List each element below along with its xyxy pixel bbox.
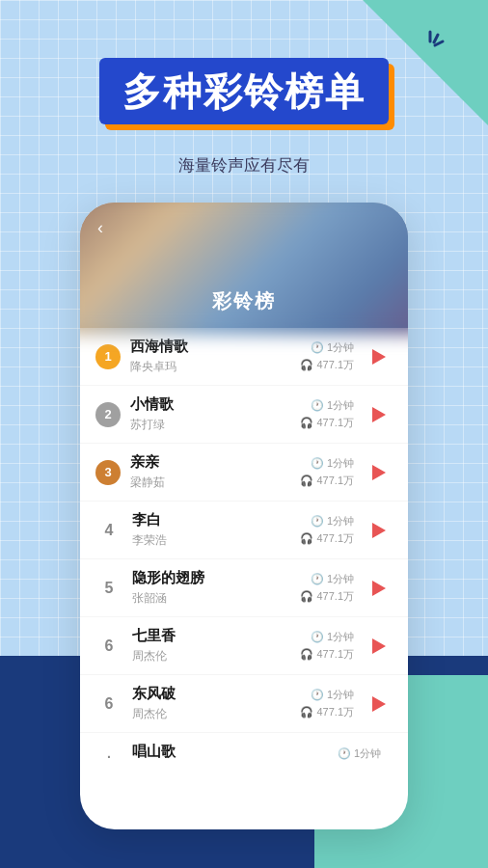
page-title: 彩铃榜 xyxy=(212,288,276,314)
play-button-6[interactable] xyxy=(366,633,393,660)
play-button-3[interactable] xyxy=(366,459,393,486)
song-artist-6: 周杰伦 xyxy=(132,648,300,665)
rank-num-4: 4 xyxy=(95,522,122,539)
song-item-6: 6 七里香 周杰伦 🕐 1分钟 🎧 477.1万 xyxy=(80,617,408,675)
plays-4: 🎧 477.1万 xyxy=(300,531,354,546)
rank-num-6: 6 xyxy=(95,637,122,655)
duration-1: 🕐 1分钟 xyxy=(311,340,354,355)
headphone-icon-1: 🎧 xyxy=(300,359,313,371)
clock-icon-1: 🕐 xyxy=(311,341,324,354)
duration-5: 🕐 1分钟 xyxy=(311,572,354,586)
song-meta-1: 🕐 1分钟 🎧 477.1万 xyxy=(300,340,354,372)
song-title-3: 亲亲 xyxy=(130,453,300,472)
play-triangle-3 xyxy=(372,465,386,480)
song-artist-7: 周杰伦 xyxy=(132,706,300,722)
clock-icon-8: 🕐 xyxy=(338,747,351,760)
rank-num-8: . xyxy=(95,746,122,761)
song-item-3: 3 亲亲 梁静茹 🕐 1分钟 🎧 477.1万 xyxy=(80,444,408,502)
song-meta-4: 🕐 1分钟 🎧 477.1万 xyxy=(300,514,354,546)
play-triangle-6 xyxy=(372,638,386,654)
clock-icon-5: 🕐 xyxy=(311,573,324,585)
song-info-5: 隐形的翅膀 张韶涵 xyxy=(132,569,300,607)
song-meta-5: 🕐 1分钟 🎧 477.1万 xyxy=(300,572,354,604)
plays-7: 🎧 477.1万 xyxy=(300,705,354,719)
title-wrapper: 多种彩铃榜单 xyxy=(99,58,389,124)
headphone-icon-4: 🎧 xyxy=(300,532,313,545)
song-item-1: 1 西海情歌 降央卓玛 🕐 1分钟 🎧 477.1万 xyxy=(80,328,408,386)
rank-num-5: 5 xyxy=(95,580,122,597)
rank-badge-3: 3 xyxy=(95,460,121,485)
song-title-7: 东风破 xyxy=(132,685,300,703)
headphone-icon-3: 🎧 xyxy=(300,475,313,487)
plays-6: 🎧 477.1万 xyxy=(300,647,354,662)
play-button-2[interactable] xyxy=(366,401,393,428)
rank-badge-1: 1 xyxy=(95,344,121,369)
song-item-4: 4 李白 李荣浩 🕐 1分钟 🎧 477.1万 xyxy=(80,502,408,559)
song-artist-4: 李荣浩 xyxy=(132,532,300,549)
song-artist-2: 苏打绿 xyxy=(130,417,300,433)
header-blur-bg xyxy=(80,203,408,335)
song-item-2: 2 小情歌 苏打绿 🕐 1分钟 🎧 477.1万 xyxy=(80,386,408,444)
play-button-1[interactable] xyxy=(366,343,393,370)
play-triangle-4 xyxy=(372,523,386,538)
song-title-2: 小情歌 xyxy=(130,395,300,414)
banner-subtitle: 海量铃声应有尽有 xyxy=(178,154,310,176)
song-title-4: 李白 xyxy=(132,511,300,529)
song-artist-3: 梁静茹 xyxy=(130,475,300,491)
plays-3: 🎧 477.1万 xyxy=(300,474,354,488)
play-button-5[interactable] xyxy=(366,575,393,602)
duration-7: 🕐 1分钟 xyxy=(311,688,354,702)
plays-5: 🎧 477.1万 xyxy=(300,589,354,604)
play-triangle-5 xyxy=(372,581,386,596)
song-title-1: 西海情歌 xyxy=(130,338,300,356)
clock-icon-3: 🕐 xyxy=(311,457,324,470)
play-button-4[interactable] xyxy=(366,517,393,544)
song-list: 1 西海情歌 降央卓玛 🕐 1分钟 🎧 477.1万 2 xyxy=(80,328,408,773)
back-button[interactable]: ‹ xyxy=(97,218,103,238)
song-title-6: 七里香 xyxy=(132,627,300,645)
headphone-icon-5: 🎧 xyxy=(300,590,313,603)
spark-icon xyxy=(411,27,449,66)
song-item-5: 5 隐形的翅膀 张韶涵 🕐 1分钟 🎧 477.1万 xyxy=(80,559,408,617)
song-meta-3: 🕐 1分钟 🎧 477.1万 xyxy=(300,456,354,488)
play-button-7[interactable] xyxy=(366,691,393,718)
duration-8: 🕐 1分钟 xyxy=(338,746,381,761)
song-info-8: 唱山歌 xyxy=(132,743,338,764)
duration-6: 🕐 1分钟 xyxy=(311,630,354,644)
song-info-1: 西海情歌 降央卓玛 xyxy=(130,338,300,375)
rank-num-7: 6 xyxy=(95,695,122,713)
song-meta-6: 🕐 1分钟 🎧 477.1万 xyxy=(300,630,354,662)
rank-badge-2: 2 xyxy=(95,402,121,427)
svg-line-2 xyxy=(435,41,443,45)
plays-2: 🎧 477.1万 xyxy=(300,416,354,430)
duration-3: 🕐 1分钟 xyxy=(311,456,354,471)
phone-header: ‹ 彩铃榜 xyxy=(80,203,408,328)
song-info-2: 小情歌 苏打绿 xyxy=(130,395,300,433)
song-info-4: 李白 李荣浩 xyxy=(132,511,300,549)
headphone-icon-6: 🎧 xyxy=(300,648,313,661)
play-triangle-7 xyxy=(372,696,386,712)
song-info-3: 亲亲 梁静茹 xyxy=(130,453,300,491)
song-meta-7: 🕐 1分钟 🎧 477.1万 xyxy=(300,688,354,719)
clock-icon-4: 🕐 xyxy=(311,515,324,528)
song-artist-1: 降央卓玛 xyxy=(130,359,300,375)
song-meta-8: 🕐 1分钟 xyxy=(338,746,381,761)
banner-title: 多种彩铃榜单 xyxy=(99,58,389,124)
clock-icon-6: 🕐 xyxy=(311,631,324,643)
headphone-icon-2: 🎧 xyxy=(300,417,313,429)
title-banner: 多种彩铃榜单 xyxy=(80,58,408,124)
song-artist-5: 张韶涵 xyxy=(132,590,300,607)
plays-1: 🎧 477.1万 xyxy=(300,358,354,372)
clock-icon-2: 🕐 xyxy=(311,399,324,412)
song-item-8: . 唱山歌 🕐 1分钟 xyxy=(80,733,408,773)
song-info-6: 七里香 周杰伦 xyxy=(132,627,300,665)
song-title-8: 唱山歌 xyxy=(132,743,338,761)
song-item-7: 6 东风破 周杰伦 🕐 1分钟 🎧 477.1万 xyxy=(80,675,408,733)
play-triangle-2 xyxy=(372,407,386,422)
song-title-5: 隐形的翅膀 xyxy=(132,569,300,587)
svg-line-1 xyxy=(434,35,438,42)
duration-4: 🕐 1分钟 xyxy=(311,514,354,529)
song-info-7: 东风破 周杰伦 xyxy=(132,685,300,722)
clock-icon-7: 🕐 xyxy=(311,689,324,701)
song-meta-2: 🕐 1分钟 🎧 477.1万 xyxy=(300,398,354,430)
